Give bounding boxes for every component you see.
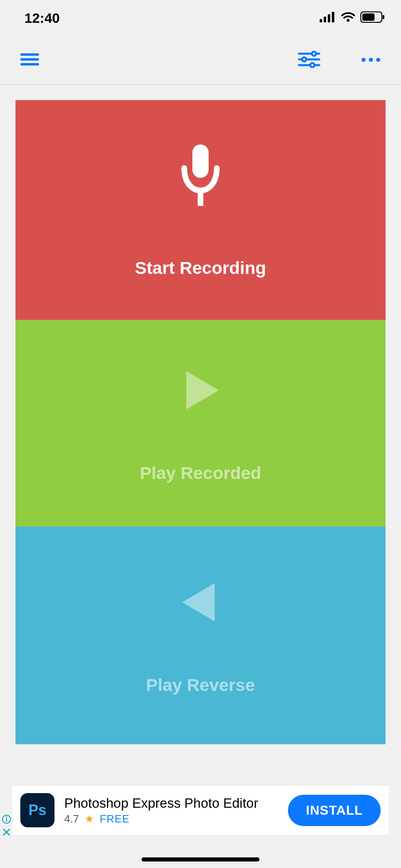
cellular-icon xyxy=(320,12,336,24)
start-recording-label: Start Recording xyxy=(135,258,266,278)
svg-rect-1 xyxy=(324,17,326,22)
ad-price: FREE xyxy=(100,813,129,825)
svg-rect-21 xyxy=(198,190,203,206)
menu-icon[interactable] xyxy=(20,53,39,68)
status-time: 12:40 xyxy=(24,10,60,26)
play-recorded-label: Play Recorded xyxy=(140,463,262,483)
svg-rect-23 xyxy=(6,818,7,822)
svg-point-19 xyxy=(376,58,380,62)
play-reverse-icon xyxy=(174,576,227,630)
home-indicator[interactable] xyxy=(142,857,259,861)
ad-close-icon[interactable] xyxy=(2,827,11,839)
svg-rect-6 xyxy=(362,13,375,21)
play-reverse-button[interactable]: Play Reverse xyxy=(15,527,386,744)
status-icons xyxy=(320,11,385,24)
ad-info-icon[interactable] xyxy=(2,814,11,826)
ad-app-badge: Ps xyxy=(28,802,46,819)
svg-rect-20 xyxy=(192,144,209,178)
ad-text-block: Photoshop Express Photo Editor 4.7 ★ FRE… xyxy=(64,796,288,825)
ad-title: Photoshop Express Photo Editor xyxy=(64,796,288,811)
svg-rect-0 xyxy=(320,19,322,22)
svg-point-16 xyxy=(310,63,314,67)
svg-point-17 xyxy=(362,58,366,62)
ad-install-button[interactable]: INSTALL xyxy=(288,795,381,826)
microphone-icon xyxy=(174,142,227,213)
play-icon xyxy=(174,364,227,418)
play-recorded-button[interactable]: Play Recorded xyxy=(15,320,386,527)
ad-rating: 4.7 xyxy=(64,813,79,825)
star-icon: ★ xyxy=(85,813,94,825)
battery-icon xyxy=(360,11,385,24)
svg-rect-7 xyxy=(383,15,384,19)
svg-point-24 xyxy=(6,816,7,818)
svg-rect-3 xyxy=(332,12,334,22)
svg-point-14 xyxy=(312,52,316,56)
svg-rect-2 xyxy=(328,14,330,22)
svg-point-18 xyxy=(369,58,373,62)
settings-sliders-icon[interactable] xyxy=(298,51,320,70)
more-icon[interactable] xyxy=(361,57,381,64)
ad-app-icon: Ps xyxy=(20,793,54,827)
toolbar xyxy=(0,36,401,85)
svg-point-4 xyxy=(347,19,350,22)
play-reverse-label: Play Reverse xyxy=(146,675,255,695)
status-bar: 12:40 xyxy=(0,0,401,36)
svg-point-15 xyxy=(302,57,306,61)
main-panels: Start Recording Play Recorded Play Rever… xyxy=(0,85,401,744)
wifi-icon xyxy=(341,12,355,24)
ad-banner[interactable]: Ps Photoshop Express Photo Editor 4.7 ★ … xyxy=(12,786,389,835)
ad-area: Ps Photoshop Express Photo Editor 4.7 ★ … xyxy=(0,783,401,840)
start-recording-button[interactable]: Start Recording xyxy=(15,100,386,320)
